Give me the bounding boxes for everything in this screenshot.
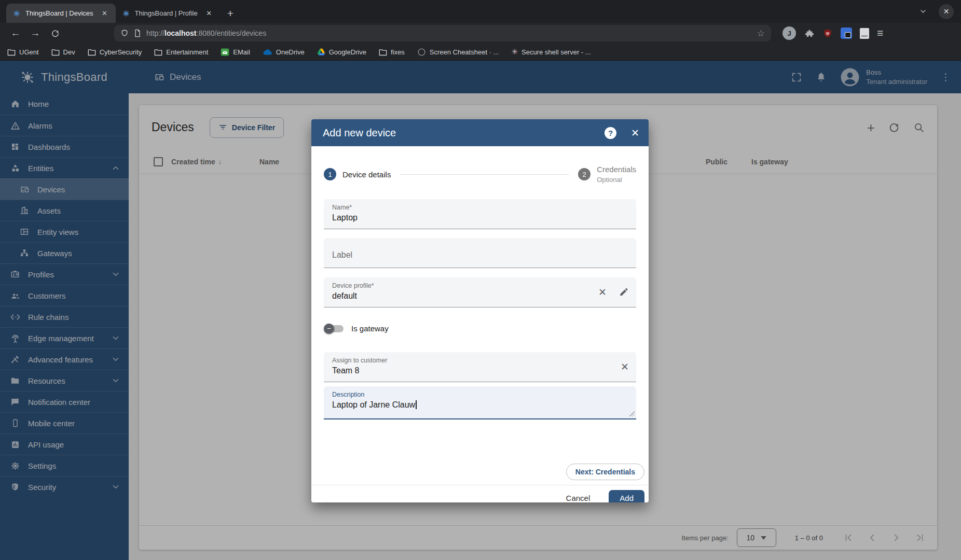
wizard-stepper: 1 Device details 2 Credentials Optional bbox=[324, 164, 636, 185]
browser-toolbar: ← → http://localhost:8080/entities/devic… bbox=[0, 23, 961, 44]
step-2-circle[interactable]: 2 bbox=[578, 168, 591, 180]
folder-icon bbox=[88, 48, 96, 56]
folder-icon bbox=[7, 48, 16, 56]
bookmark-secure-shell[interactable]: ✳ Secure shell server - ... bbox=[511, 47, 591, 57]
assign-customer-value[interactable]: Team 8 bbox=[332, 366, 628, 375]
tab-title: ThingsBoard | Devices bbox=[25, 9, 93, 17]
label-field-placeholder: Label bbox=[332, 250, 352, 260]
thingsboard-favicon bbox=[12, 9, 21, 18]
device-profile-value[interactable]: default bbox=[332, 291, 628, 301]
password-manager-ext-icon[interactable] bbox=[841, 27, 852, 39]
tab-title: ThingsBoard | Profile bbox=[135, 9, 198, 17]
modal-close-icon[interactable]: ✕ bbox=[631, 127, 639, 139]
bookmark-folder-cybersecurity[interactable]: CyberSecurity bbox=[88, 48, 142, 56]
onedrive-cloud-icon bbox=[263, 48, 272, 55]
name-field-label: Name* bbox=[332, 204, 628, 211]
window-close-button[interactable]: ✕ bbox=[939, 4, 954, 19]
name-field[interactable]: Name* Laptop bbox=[324, 199, 636, 229]
description-value[interactable]: Laptop of Jarne Clauw bbox=[332, 400, 628, 410]
bookmark-screen-cheatsheet[interactable]: Screen Cheatsheet · ... bbox=[417, 48, 499, 57]
step-1-label: Device details bbox=[342, 170, 391, 179]
next-credentials-button[interactable]: Next: Credentials bbox=[566, 464, 644, 480]
thingsboard-favicon bbox=[122, 9, 130, 18]
assign-customer-field[interactable]: Assign to customer Team 8 ✕ bbox=[324, 352, 636, 382]
tab-devices[interactable]: ThingsBoard | Devices ✕ bbox=[6, 4, 116, 23]
browser-menu-icon[interactable]: ≡ bbox=[877, 27, 883, 39]
clear-customer-icon[interactable]: ✕ bbox=[621, 361, 629, 373]
assign-customer-label: Assign to customer bbox=[332, 357, 628, 364]
tab-strip: ThingsBoard | Devices ✕ ThingsBoard | Pr… bbox=[0, 0, 961, 23]
new-tab-button[interactable]: + bbox=[227, 7, 234, 20]
forward-button[interactable]: → bbox=[27, 25, 44, 41]
is-gateway-toggle[interactable]: − bbox=[325, 325, 344, 332]
toggle-thumb-minus-icon: − bbox=[324, 324, 334, 334]
help-icon[interactable]: ? bbox=[605, 127, 616, 139]
google-drive-icon bbox=[317, 48, 325, 56]
description-field[interactable]: Description Laptop of Jarne Clauw bbox=[324, 386, 636, 419]
bookmark-folder-dev[interactable]: Dev bbox=[51, 48, 75, 56]
step-2-sublabel: Optional bbox=[597, 175, 636, 185]
is-gateway-label: Is gateway bbox=[351, 324, 389, 333]
bookmark-email[interactable]: EMail bbox=[221, 48, 250, 57]
device-profile-label: Device profile* bbox=[332, 282, 628, 289]
bookmark-googledrive[interactable]: GoogleDrive bbox=[317, 48, 366, 56]
is-gateway-toggle-row: − Is gateway bbox=[324, 320, 636, 338]
bookmark-folder-ugent[interactable]: UGent bbox=[7, 48, 39, 56]
browser-chrome: ThingsBoard | Devices ✕ ThingsBoard | Pr… bbox=[0, 0, 961, 61]
cancel-button[interactable]: Cancel bbox=[561, 491, 596, 502]
thingsboard-page: ThingsBoard Devices Boss Tenant administ… bbox=[0, 61, 961, 560]
bookmark-onedrive[interactable]: OneDrive bbox=[263, 48, 305, 56]
step-1-circle[interactable]: 1 bbox=[324, 168, 336, 180]
add-device-modal: Add new device ? ✕ 1 Device details 2 Cr… bbox=[311, 119, 649, 502]
tab-close-icon[interactable]: ✕ bbox=[100, 9, 109, 18]
extensions-puzzle-icon[interactable] bbox=[804, 28, 815, 39]
reload-button[interactable] bbox=[47, 25, 63, 41]
step-2-label: Credentials bbox=[597, 164, 636, 175]
folder-icon bbox=[154, 48, 162, 56]
name-field-value[interactable]: Laptop bbox=[332, 213, 628, 222]
back-button[interactable]: ← bbox=[7, 25, 24, 41]
text-cursor bbox=[416, 400, 417, 409]
terminal-asterisk-icon: ✳ bbox=[511, 47, 518, 57]
bookmark-folder-entertainment[interactable]: Entertainment bbox=[154, 48, 208, 56]
document-ext-icon[interactable] bbox=[860, 28, 869, 39]
edit-pencil-icon[interactable] bbox=[619, 287, 629, 297]
bookmark-folder-fixes[interactable]: fixes bbox=[379, 48, 405, 56]
tab-close-icon[interactable]: ✕ bbox=[204, 9, 214, 18]
url-text[interactable]: http://localhost:8080/entities/devices bbox=[146, 29, 752, 37]
address-bar[interactable]: http://localhost:8080/entities/devices ☆ bbox=[114, 25, 771, 41]
profile-avatar-j[interactable]: J bbox=[782, 26, 796, 40]
bookmarks-bar: UGent Dev CyberSecurity Entertainment EM… bbox=[0, 44, 961, 61]
site-shield-icon[interactable] bbox=[120, 29, 129, 37]
folder-icon bbox=[379, 48, 387, 56]
bookmark-star-icon[interactable]: ☆ bbox=[757, 28, 765, 39]
ublock-icon[interactable] bbox=[822, 28, 833, 39]
modal-title: Add new device bbox=[323, 127, 605, 139]
page-doc-icon[interactable] bbox=[134, 29, 141, 37]
label-field[interactable]: Label bbox=[324, 238, 636, 268]
folder-icon bbox=[51, 48, 60, 56]
textarea-resize-handle[interactable] bbox=[629, 411, 635, 416]
mail-icon bbox=[221, 48, 229, 57]
description-label: Description bbox=[332, 391, 628, 398]
add-button[interactable]: Add bbox=[609, 490, 644, 502]
device-profile-field[interactable]: Device profile* default ✕ bbox=[324, 277, 636, 307]
tab-profile[interactable]: ThingsBoard | Profile ✕ bbox=[116, 4, 220, 23]
tab-search-chevron-icon[interactable] bbox=[919, 7, 927, 16]
github-circle-icon bbox=[417, 48, 426, 57]
clear-profile-icon[interactable]: ✕ bbox=[598, 286, 607, 298]
stepper-connector bbox=[400, 174, 569, 175]
